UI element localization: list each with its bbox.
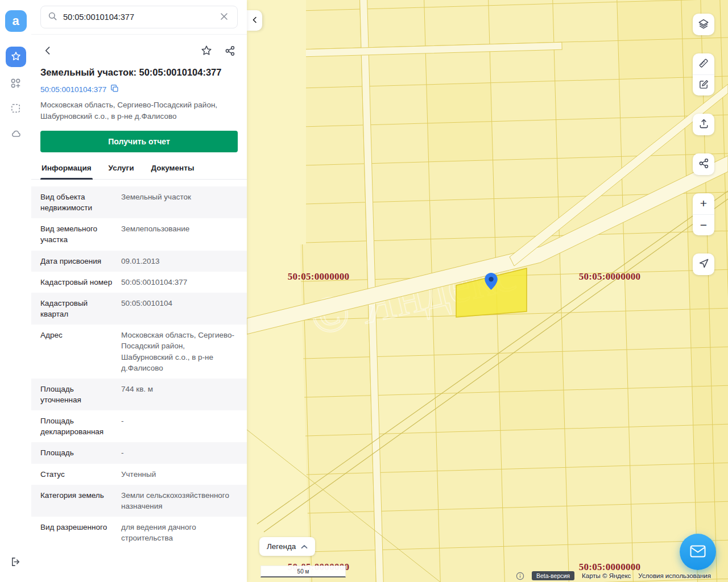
row-value: Московская область, Сергиево-Посадский р… (121, 330, 238, 373)
upload-button[interactable] (693, 114, 714, 135)
table-row: СтатусУчтенный (31, 464, 247, 485)
terms-link[interactable]: Условия использования (638, 572, 711, 579)
tab-documents[interactable]: Документы (150, 163, 196, 179)
table-row: Кадастровый номер50:05:0010104:377 (31, 272, 247, 293)
object-address: Московская область, Сергиево-Посадский р… (31, 94, 247, 122)
cadastral-number-link[interactable]: 50:05:0010104:377 (40, 85, 106, 94)
row-value: 744 кв. м (121, 384, 238, 405)
table-row: АдресМосковская область, Сергиево-Посадс… (31, 325, 247, 379)
scale-bar: 50 м (260, 566, 346, 577)
tab-information[interactable]: Информация (40, 163, 93, 179)
table-row: Площадь декларированная- (31, 410, 247, 442)
row-label: Статус (40, 469, 113, 480)
copy-icon (110, 84, 119, 94)
logout-icon (10, 556, 21, 569)
map-pin (485, 273, 498, 292)
close-icon (220, 13, 228, 22)
copy-button[interactable] (110, 84, 119, 94)
row-label: Адрес (40, 330, 113, 373)
beta-badge: Beta-версия (532, 571, 574, 580)
back-button[interactable] (40, 43, 55, 60)
row-label: Кадастровый квартал (40, 298, 113, 319)
rail-select-area-button[interactable] (6, 99, 26, 119)
ruler-button[interactable] (693, 53, 714, 74)
ruler-icon (698, 57, 709, 70)
row-label: Площадь декларированная (40, 415, 113, 437)
row-label: Площадь уточненная (40, 384, 113, 405)
table-row: Вид разрешенногодля ведения дачного стро… (31, 517, 247, 548)
row-label: Дата присвоения (40, 256, 113, 267)
panel-toolbar (31, 35, 247, 63)
scale-label: 50 м (297, 568, 309, 575)
upload-icon (698, 118, 709, 131)
cloud-icon (10, 128, 22, 141)
zoom-in-button[interactable]: + (693, 193, 714, 214)
object-panel: Земельный участок: 50:05:0010104:377 50:… (31, 0, 247, 582)
row-label: Вид разрешенного (40, 522, 113, 543)
search-bar (31, 0, 247, 35)
share-button[interactable] (222, 43, 238, 60)
envelope-icon (690, 545, 706, 559)
map-share-button[interactable] (693, 153, 714, 175)
logout-button[interactable] (6, 552, 26, 573)
favorite-button[interactable] (198, 43, 214, 60)
row-value: 50:05:0010104:377 (121, 277, 238, 288)
info-icon[interactable] (516, 572, 524, 580)
rail-cloud-button[interactable] (6, 124, 26, 144)
search-input[interactable] (63, 13, 212, 22)
legend-button[interactable]: Легенда (259, 537, 315, 556)
select-area-icon (10, 103, 21, 115)
draw-tools-group (693, 53, 714, 95)
zoom-controls: + − (693, 193, 714, 235)
table-row: Площадь уточненная744 кв. м (31, 379, 247, 410)
zoom-out-button[interactable]: − (693, 214, 714, 236)
table-row: Вид объекта недвижимостиЗемельный участо… (31, 186, 247, 218)
locate-button[interactable] (693, 253, 714, 275)
row-value: Учтенный (121, 469, 238, 480)
page-title: Земельный участок: 50:05:0010104:377 (31, 63, 247, 78)
collapse-panel-button[interactable] (247, 10, 262, 31)
row-value: - (121, 447, 238, 458)
info-table: Вид объекта недвижимостиЗемельный участо… (31, 186, 247, 582)
map-copyright: Карты © Яндекс (582, 572, 631, 579)
row-label: Кадастровый номер (40, 277, 113, 288)
search-icon (48, 11, 57, 23)
legend-label: Легенда (267, 542, 296, 551)
chevron-left-icon (43, 45, 53, 57)
get-report-button[interactable]: Получить отчет (40, 131, 238, 152)
table-row: Площадь- (31, 442, 247, 463)
layers-icon (698, 18, 709, 31)
table-row: Категория земельЗемли сельскохозяйственн… (31, 485, 247, 517)
row-value: 09.01.2013 (121, 256, 238, 267)
quarter-label: 50:05:0000000 (579, 271, 641, 282)
quarter-label: 50:05:0000000 (288, 271, 350, 282)
tab-services[interactable]: Услуги (107, 163, 135, 179)
edit-button[interactable] (693, 74, 714, 96)
panel-tabs: Информация Услуги Документы (31, 163, 247, 180)
map[interactable]: © Яндекс 50:05:0000000 50:05:0000000 50:… (247, 0, 728, 582)
row-value: для ведения дачного строительства (121, 522, 238, 543)
layers-button[interactable] (693, 14, 714, 35)
app-rail: a (0, 0, 31, 582)
share-icon (698, 158, 709, 171)
chat-button[interactable] (680, 534, 716, 570)
share-icon (225, 45, 235, 58)
rail-favorites-button[interactable] (6, 47, 26, 67)
star-icon (11, 51, 21, 63)
row-label: Площадь (40, 447, 113, 458)
rail-services-button[interactable] (6, 74, 26, 94)
services-icon (10, 78, 21, 90)
edit-icon (698, 79, 709, 92)
app-logo[interactable]: a (5, 10, 27, 32)
chevron-left-icon (251, 16, 259, 26)
row-value: 50:05:0010104 (121, 298, 238, 319)
chevron-up-icon (301, 542, 308, 551)
row-label: Вид земельного участка (40, 223, 113, 245)
row-value: Земельный участок (121, 192, 238, 213)
map-attribution: Beta-версия Карты © Яндекс Условия испол… (516, 571, 711, 580)
table-row: Вид земельного участкаЗемлепользование (31, 218, 247, 250)
cadastral-number-row: 50:05:0010104:377 (31, 78, 247, 94)
table-row: Дата присвоения09.01.2013 (31, 251, 247, 272)
clear-search-button[interactable] (218, 10, 230, 24)
row-label: Категория земель (40, 490, 113, 512)
